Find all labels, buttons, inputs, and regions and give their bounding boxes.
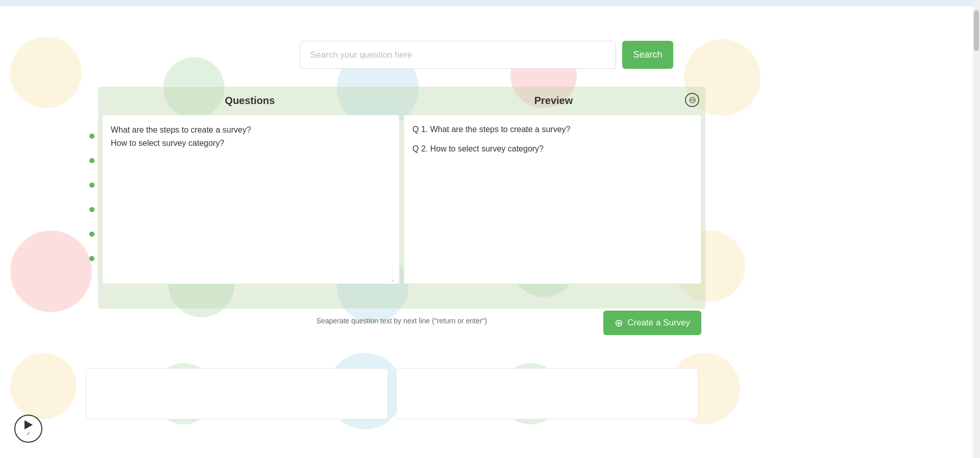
bottom-card-left [86, 368, 388, 419]
bullet-dot-4 [89, 207, 94, 212]
bullet-dot-6 [89, 256, 94, 261]
search-area: Search [0, 41, 973, 69]
bottom-cards [86, 368, 698, 419]
panel-header: Questions Preview ⊖ [98, 87, 705, 115]
circle-pink-mid-left [10, 231, 92, 312]
circle-yellow-bottom-left [10, 353, 77, 419]
play-triangle-icon [24, 420, 33, 429]
plus-icon: ⊕ [615, 317, 623, 329]
resize-handle[interactable]: ⌟ [391, 275, 397, 282]
questions-textarea[interactable]: What are the steps to create a survey? H… [111, 123, 391, 266]
play-button[interactable]: ✓ [14, 415, 42, 443]
sidebar-bullets [89, 134, 94, 281]
bullet-dot-3 [89, 183, 94, 188]
questions-header: Questions [98, 95, 402, 107]
scrollbar-thumb[interactable] [974, 10, 979, 51]
create-survey-button[interactable]: ⊕ Create a Survey [603, 311, 701, 335]
search-button[interactable]: Search [622, 41, 673, 69]
play-check-icon: ✓ [26, 430, 31, 437]
bullet-dot-5 [89, 232, 94, 237]
close-panel-button[interactable]: ⊖ [685, 93, 699, 107]
right-scrollbar[interactable] [973, 0, 980, 458]
create-survey-label: Create a Survey [627, 318, 690, 328]
bullet-dot-1 [89, 134, 94, 139]
panel-container: Questions Preview ⊖ What are the steps t… [98, 87, 705, 309]
questions-panel: What are the steps to create a survey? H… [102, 115, 400, 284]
bottom-card-right [396, 368, 698, 419]
panels-row: What are the steps to create a survey? H… [98, 115, 705, 288]
top-scrollbar [0, 0, 980, 6]
preview-item-1: Q 1. What are the steps to create a surv… [412, 123, 693, 136]
play-inner: ✓ [24, 420, 33, 437]
search-input[interactable] [300, 41, 616, 69]
preview-panel: Q 1. What are the steps to create a surv… [404, 115, 701, 284]
preview-item-2: Q 2. How to select survey category? [412, 143, 693, 155]
main-content: Search Questions Preview ⊖ What are the … [0, 6, 973, 458]
bullet-dot-2 [89, 158, 94, 163]
hint-text: Seaperate question text by next line ("r… [316, 317, 487, 325]
preview-header: Preview [402, 95, 705, 107]
